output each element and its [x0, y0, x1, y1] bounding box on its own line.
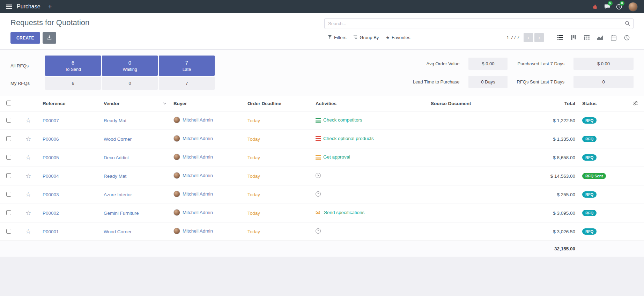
col-header-buyer[interactable]: Buyer [170, 96, 244, 111]
order-deadline-value: Today [247, 174, 260, 179]
create-button[interactable]: CREATE [10, 32, 40, 44]
vendor-link[interactable]: Ready Mat [104, 118, 126, 123]
activity-label[interactable]: Send specifications [324, 210, 364, 215]
pivot-view-icon[interactable] [580, 33, 593, 42]
col-header-activities[interactable]: Activities [312, 96, 427, 111]
select-all-checkbox[interactable] [6, 101, 11, 105]
graph-view-icon[interactable] [593, 33, 607, 42]
vendor-link[interactable]: Azure Interior [104, 192, 132, 197]
buyer-link[interactable]: Mitchell Admin [183, 210, 213, 215]
activity-icon[interactable] [316, 118, 321, 123]
activity-label[interactable]: Get approval [323, 154, 350, 160]
buyer-link[interactable]: Mitchell Admin [183, 173, 213, 178]
plus-icon[interactable]: + [48, 3, 52, 10]
row-checkbox[interactable] [6, 136, 11, 141]
buyer-link[interactable]: Mitchell Admin [183, 136, 213, 141]
table-row[interactable]: ☆ P00007 Ready Mat Mitchell Admin Today … [0, 111, 644, 130]
favorite-star-icon[interactable]: ☆ [25, 191, 31, 198]
col-header-reference[interactable]: Reference [39, 96, 100, 111]
row-checkbox[interactable] [6, 118, 11, 123]
list-view-icon[interactable] [553, 33, 567, 42]
vendor-link[interactable]: Ready Mat [104, 174, 126, 179]
activity-cell[interactable]: Get approval [316, 154, 350, 160]
buyer-link[interactable]: Mitchell Admin [183, 228, 213, 234]
user-avatar[interactable] [628, 2, 638, 12]
reference-link[interactable]: P00007 [43, 118, 59, 123]
vendor-link[interactable]: Wood Corner [104, 137, 132, 142]
kpi-my-late[interactable]: 7 [159, 77, 215, 90]
activity-icon[interactable] [316, 210, 321, 215]
table-row[interactable]: ☆ P00001 Wood Corner Mitchell Admin Toda… [0, 222, 644, 241]
activity-cell[interactable] [316, 228, 324, 234]
activity-icon[interactable] [316, 228, 321, 234]
col-header-order-deadline[interactable]: Order Deadline [244, 96, 312, 111]
chevron-down-icon[interactable] [163, 102, 166, 105]
row-checkbox[interactable] [6, 192, 11, 197]
debug-bug-icon[interactable] [589, 0, 601, 13]
activity-cell[interactable]: Send specifications [316, 210, 364, 215]
kanban-view-icon[interactable] [567, 33, 580, 42]
reference-link[interactable]: P00003 [43, 192, 59, 197]
row-checkbox[interactable] [6, 173, 11, 178]
vendor-link[interactable]: Deco Addict [104, 155, 129, 160]
favorite-star-icon[interactable]: ☆ [25, 172, 31, 179]
reference-link[interactable]: P00004 [43, 174, 59, 179]
activity-view-icon[interactable] [620, 33, 634, 42]
search-icon[interactable] [625, 21, 630, 28]
activity-cell[interactable] [316, 173, 324, 178]
table-row[interactable]: ☆ P00004 Ready Mat Mitchell Admin Today … [0, 167, 644, 185]
kpi-to-send[interactable]: 6 To Send [45, 56, 101, 76]
table-row[interactable]: ☆ P00002 Gemini Furniture Mitchell Admin… [0, 204, 644, 222]
col-header-source-document[interactable]: Source Document [427, 96, 523, 111]
activity-icon[interactable] [316, 173, 321, 178]
table-row[interactable]: ☆ P00005 Deco Addict Mitchell Admin Toda… [0, 148, 644, 167]
activity-cell[interactable] [316, 191, 324, 197]
app-menu-title[interactable]: Purchase [17, 3, 40, 10]
favorite-star-icon[interactable]: ☆ [25, 154, 31, 161]
col-header-status[interactable]: Status [579, 96, 627, 111]
reference-link[interactable]: P00002 [43, 211, 59, 216]
buyer-link[interactable]: Mitchell Admin [183, 191, 213, 197]
col-header-total[interactable]: Total [523, 96, 579, 111]
reference-link[interactable]: P00006 [43, 137, 59, 142]
export-button[interactable] [43, 32, 56, 44]
pager-next-button[interactable]: › [534, 33, 544, 42]
vendor-link[interactable]: Wood Corner [104, 229, 132, 234]
favorite-star-icon[interactable]: ☆ [25, 117, 31, 124]
activity-cell[interactable]: Check competitors [316, 117, 362, 123]
favorites-button[interactable]: ★ Favorites [382, 33, 414, 42]
activity-icon[interactable] [316, 191, 321, 197]
row-checkbox[interactable] [6, 155, 11, 160]
kpi-my-waiting[interactable]: 0 [102, 77, 158, 90]
pager-previous-button[interactable]: ‹ [524, 33, 533, 42]
reference-link[interactable]: P00005 [43, 155, 59, 160]
row-checkbox[interactable] [6, 229, 11, 234]
activity-label[interactable]: Check optional products [323, 136, 374, 141]
messages-icon[interactable]: 5 [601, 0, 613, 13]
activity-icon[interactable] [316, 155, 321, 160]
kpi-my-to-send[interactable]: 6 [45, 77, 101, 90]
apps-menu-icon[interactable] [6, 5, 12, 9]
group-by-button[interactable]: Group By [350, 33, 382, 42]
calendar-view-icon[interactable] [607, 33, 620, 42]
reference-link[interactable]: P00001 [43, 229, 59, 234]
activity-cell[interactable]: Check optional products [316, 136, 374, 141]
activity-label[interactable]: Check competitors [323, 117, 362, 123]
search-input[interactable] [324, 18, 634, 29]
vendor-link[interactable]: Gemini Furniture [104, 211, 139, 216]
buyer-link[interactable]: Mitchell Admin [183, 154, 213, 160]
table-row[interactable]: ☆ P00003 Azure Interior Mitchell Admin T… [0, 185, 644, 204]
kpi-late[interactable]: 7 Late [159, 56, 215, 76]
filters-button[interactable]: Filters [324, 33, 350, 42]
kpi-waiting[interactable]: 0 Waiting [102, 56, 158, 76]
table-row[interactable]: ☆ P00006 Wood Corner Mitchell Admin Toda… [0, 130, 644, 148]
favorite-star-icon[interactable]: ☆ [25, 210, 31, 216]
buyer-link[interactable]: Mitchell Admin [183, 117, 213, 123]
col-header-vendor[interactable]: Vendor [100, 96, 170, 111]
activities-clock-icon[interactable]: 0 [613, 0, 625, 13]
optional-columns-icon[interactable] [627, 96, 644, 111]
favorite-star-icon[interactable]: ☆ [25, 135, 31, 142]
favorite-star-icon[interactable]: ☆ [25, 228, 31, 235]
row-checkbox[interactable] [6, 210, 11, 215]
activity-icon[interactable] [316, 136, 321, 141]
